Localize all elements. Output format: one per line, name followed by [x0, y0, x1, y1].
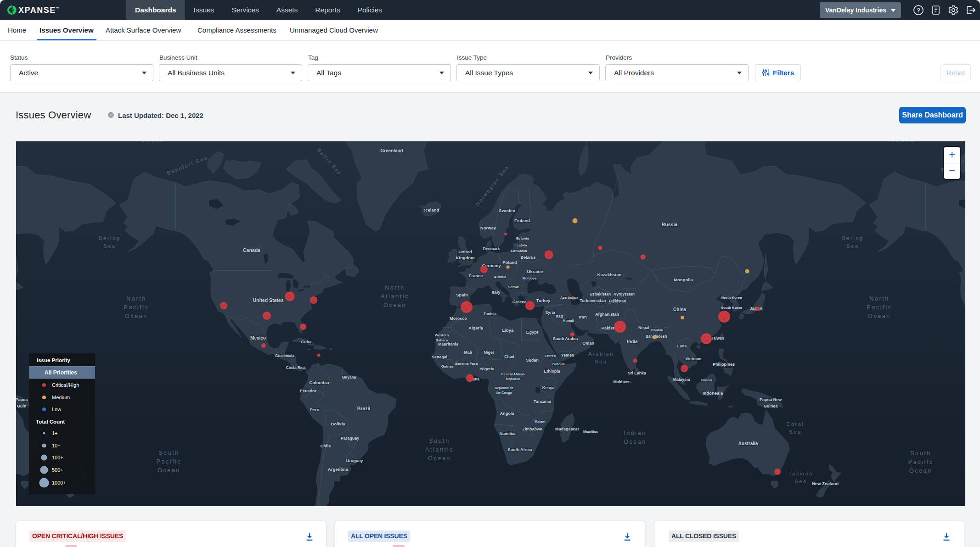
- svg-text:Indonesia: Indonesia: [703, 391, 723, 396]
- svg-text:Tajikistan: Tajikistan: [608, 299, 626, 303]
- svg-text:Sea: Sea: [595, 359, 607, 364]
- svg-text:Yemen: Yemen: [561, 353, 574, 357]
- svg-text:Belarus: Belarus: [520, 255, 535, 260]
- svg-text:Australia: Australia: [738, 441, 758, 446]
- svg-text:Ocean: Ocean: [909, 468, 932, 474]
- svg-text:North Korea: North Korea: [721, 296, 742, 300]
- svg-text:India: India: [627, 339, 638, 344]
- svg-text:Ethiopia: Ethiopia: [544, 369, 560, 374]
- svg-text:Zimbabwe: Zimbabwe: [522, 427, 542, 431]
- svg-text:Mali: Mali: [464, 350, 472, 355]
- svg-text:Uruguay: Uruguay: [346, 458, 363, 463]
- svg-text:Finland: Finland: [514, 218, 530, 223]
- svg-text:Turkey: Turkey: [536, 298, 551, 303]
- svg-text:Pacific: Pacific: [124, 304, 149, 311]
- svg-text:Brunei: Brunei: [701, 378, 712, 382]
- svg-text:Sudan: Sudan: [526, 358, 539, 363]
- svg-text:Coral: Coral: [786, 421, 804, 427]
- svg-text:Ocean: Ocean: [624, 439, 647, 445]
- svg-text:Oman: Oman: [582, 341, 594, 346]
- svg-text:Kuwait: Kuwait: [563, 318, 574, 323]
- svg-text:Denmark: Denmark: [483, 246, 500, 251]
- svg-text:United: United: [458, 249, 472, 254]
- svg-text:Iceland: Iceland: [424, 207, 439, 212]
- svg-text:Ecuador: Ecuador: [300, 389, 317, 393]
- svg-text:Mauritania: Mauritania: [438, 342, 458, 346]
- svg-text:Morocco: Morocco: [450, 316, 467, 321]
- svg-text:Guinea: Guinea: [764, 404, 778, 408]
- svg-text:North: North: [126, 296, 146, 302]
- svg-text:Greenland: Greenland: [380, 148, 403, 153]
- svg-text:Angola: Angola: [500, 411, 514, 416]
- svg-text:Iraq: Iraq: [556, 314, 563, 318]
- svg-text:Philippines: Philippines: [713, 362, 735, 367]
- svg-text:Guyana: Guyana: [342, 375, 356, 380]
- svg-text:Vietnam: Vietnam: [686, 357, 702, 361]
- svg-text:Uzbekistan: Uzbekistan: [590, 292, 611, 296]
- svg-text:Ocean: Ocean: [383, 302, 406, 308]
- svg-text:Spain: Spain: [456, 292, 468, 297]
- svg-text:Guinea: Guinea: [441, 364, 454, 368]
- svg-text:Tanzania: Tanzania: [534, 399, 552, 404]
- svg-text:Ukraine: Ukraine: [527, 269, 543, 274]
- svg-text:Tunisia: Tunisia: [484, 312, 496, 316]
- svg-text:Guin: Guin: [17, 404, 27, 408]
- svg-text:Ocean: Ocean: [158, 467, 180, 474]
- svg-text:Sea: Sea: [846, 243, 859, 249]
- svg-text:Nigeria: Nigeria: [480, 367, 495, 371]
- svg-text:Indian: Indian: [624, 430, 647, 436]
- svg-text:Namibia: Namibia: [499, 431, 516, 436]
- svg-text:Bolivia: Bolivia: [331, 421, 345, 426]
- svg-text:Kazakhstan: Kazakhstan: [597, 272, 622, 277]
- svg-text:Costa Rica: Costa Rica: [286, 366, 306, 370]
- svg-text:Papua: Papua: [16, 397, 28, 402]
- svg-text:Paraguay: Paraguay: [341, 436, 360, 441]
- svg-text:Papua New: Papua New: [760, 397, 782, 402]
- svg-text:Afghanistan: Afghanistan: [595, 312, 619, 317]
- svg-text:Maldives: Maldives: [613, 380, 630, 384]
- svg-text:Azerbaijan: Azerbaijan: [560, 296, 578, 300]
- svg-text:Pacific: Pacific: [156, 458, 181, 465]
- svg-text:Iran: Iran: [579, 314, 587, 319]
- svg-text:Arctic: Arctic: [893, 141, 915, 144]
- svg-text:Canada: Canada: [243, 247, 260, 253]
- svg-text:Mauritius: Mauritius: [583, 430, 598, 434]
- svg-text:Sea: Sea: [103, 243, 116, 249]
- svg-text:Laos: Laos: [677, 344, 687, 348]
- svg-text:Bhutan: Bhutan: [651, 328, 663, 332]
- svg-text:Senegal: Senegal: [432, 355, 447, 359]
- svg-text:Pacific: Pacific: [908, 459, 933, 465]
- svg-text:South Korea: South Korea: [721, 306, 743, 310]
- svg-text:Arabian: Arabian: [588, 351, 614, 357]
- svg-text:Bering: Bering: [99, 235, 120, 241]
- svg-text:South Africa: South Africa: [507, 447, 532, 452]
- svg-text:China: China: [673, 307, 686, 312]
- svg-text:Peru: Peru: [310, 407, 319, 412]
- svg-text:Kyrgyzstan: Kyrgyzstan: [614, 292, 635, 296]
- svg-text:France: France: [468, 273, 483, 278]
- svg-text:Djibouti: Djibouti: [552, 362, 565, 366]
- svg-text:Chile: Chile: [320, 443, 331, 448]
- svg-text:Mexico: Mexico: [250, 335, 266, 340]
- svg-text:Atlantic: Atlantic: [381, 293, 409, 300]
- svg-text:North: North: [385, 285, 405, 291]
- svg-text:Turkmenistan: Turkmenistan: [580, 298, 606, 303]
- svg-text:Algeria: Algeria: [468, 325, 484, 330]
- svg-text:Sri Lanka: Sri Lanka: [628, 371, 646, 375]
- svg-text:?: ?: [917, 7, 920, 14]
- svg-text:Nepal: Nepal: [638, 325, 649, 330]
- svg-text:Latvia: Latvia: [517, 243, 527, 247]
- svg-text:Niger: Niger: [484, 350, 495, 355]
- svg-text:Madagascar: Madagascar: [555, 427, 580, 431]
- svg-text:Austria: Austria: [494, 275, 507, 279]
- svg-text:Republic: Republic: [506, 377, 520, 381]
- svg-text:Burkina Faso: Burkina Faso: [455, 362, 478, 366]
- svg-text:Egypt: Egypt: [526, 329, 539, 335]
- svg-text:Bering: Bering: [842, 235, 863, 241]
- svg-text:Ocean: Ocean: [868, 313, 891, 319]
- svg-text:Serbia: Serbia: [508, 285, 519, 289]
- svg-text:Chad: Chad: [504, 354, 514, 359]
- svg-text:Sweden: Sweden: [499, 208, 515, 213]
- svg-text:Taiwan: Taiwan: [711, 336, 724, 340]
- svg-text:Estonia: Estonia: [516, 236, 529, 240]
